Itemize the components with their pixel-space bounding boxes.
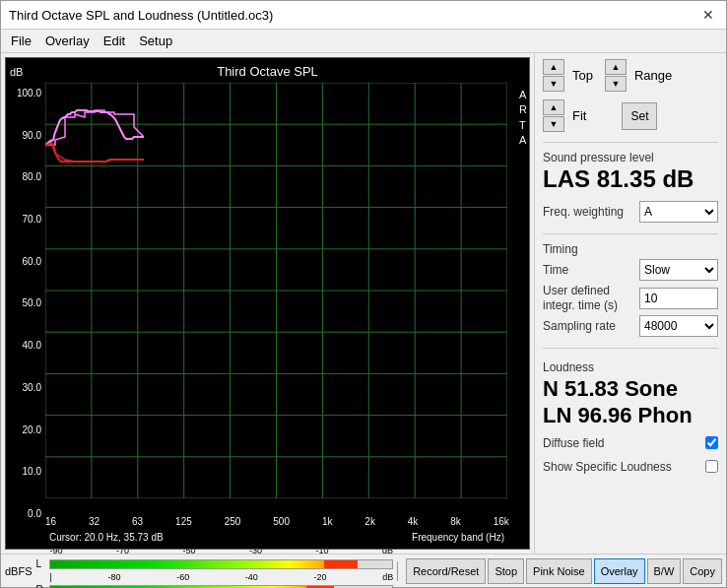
freq-weighting-label: Freq. weighting [543,205,624,219]
freq-weighting-select[interactable]: A C Z [639,201,718,223]
y-label-40: 40.0 [6,340,45,351]
integr-input[interactable]: 10 [639,288,718,309]
menu-bar: File Overlay Edit Setup [1,30,726,53]
separator [397,561,398,581]
x-unit-label: Frequency band (Hz) [412,532,504,543]
spl-detail-pink [45,110,144,145]
level-row-r: R [36,583,394,588]
diffuse-field-label: Diffuse field [543,436,604,450]
menu-setup[interactable]: Setup [133,32,178,50]
time-row: Time Fast Slow Impulse Peak [543,259,718,281]
spl-detail-red [45,144,144,162]
fit-label: Fit [572,108,586,123]
time-select[interactable]: Fast Slow Impulse Peak [639,259,718,281]
sidebar: ▲ ▼ Top ▲ ▼ Range ▲ ▼ Fit Set [534,53,726,554]
spl-section-label: Sound pressure level [543,151,718,164]
y-label-0: 0.0 [6,508,45,519]
integr-label: User defined integr. time (s) [543,284,631,312]
loudness-n-value: N 51.83 Sone [543,376,718,402]
menu-edit[interactable]: Edit [98,32,131,50]
scale-bot-70: -80 [108,572,121,582]
fit-up-button[interactable]: ▲ [543,99,564,115]
x-label-500: 500 [273,516,290,527]
fit-down-button[interactable]: ▼ [543,116,564,132]
diffuse-field-checkbox[interactable] [705,436,718,449]
top-down-button[interactable]: ▼ [543,76,564,92]
sampling-label: Sampling rate [543,319,616,333]
pink-noise-button[interactable]: Pink Noise [526,558,592,584]
title-bar: Third Octave SPL and Loudness (Untitled.… [1,1,726,30]
y-label-70: 70.0 [6,214,45,225]
x-label-32: 32 [89,516,99,527]
stop-button[interactable]: Stop [488,558,524,584]
level-l-label: L [36,558,48,569]
show-specific-row: Show Specific Loudness [543,460,718,474]
top-label: Top [572,68,593,83]
dbfs-label: dBFS [5,565,33,577]
y-label-10: 10.0 [6,466,45,477]
freq-weighting-row: Freq. weighting A C Z [543,201,718,223]
scale-bot-80: | [50,572,52,582]
sampling-row: Sampling rate 44100 48000 96000 [543,315,718,337]
y-label-80: 80.0 [6,171,45,182]
chart-svg [45,83,507,498]
x-label-1k: 1k [322,516,333,527]
top-nav-group: ▲ ▼ [543,59,564,92]
bw-button[interactable]: B/W [647,558,682,584]
top-up-button[interactable]: ▲ [543,59,564,75]
x-axis: 16 32 63 125 250 500 1k 2k 4k 8k 16k [45,516,509,527]
x-label-2k: 2k [364,516,375,527]
y-label-50: 50.0 [6,297,45,308]
overlay-button[interactable]: Overlay [594,558,645,584]
nav-controls: ▲ ▼ Top ▲ ▼ Range [543,59,718,92]
x-label-16k: 16k [494,516,509,527]
x-label-63: 63 [132,516,143,527]
x-label-8k: 8k [450,516,461,527]
x-label-4k: 4k [408,516,419,527]
integr-row: User defined integr. time (s) 10 [543,284,718,312]
close-button[interactable]: ✕ [698,5,718,25]
sampling-select[interactable]: 44100 48000 96000 [639,315,718,337]
loudness-section-label: Loudness [543,360,718,374]
copy-button[interactable]: Copy [683,558,722,584]
scale-bot-60: -60 [176,572,189,582]
menu-file[interactable]: File [5,32,37,50]
set-button[interactable]: Set [622,102,657,130]
timing-label: Timing [543,242,718,256]
level-bar-r [49,585,394,589]
x-label-16: 16 [45,516,56,527]
show-specific-checkbox[interactable] [705,460,718,473]
scale-bot-db: dB [382,572,393,582]
loudness-section: Loudness N 51.83 Sone LN 96.96 Phon [543,360,718,428]
level-seg-l-green [50,560,256,568]
level-bar-l [49,559,394,569]
range-up-button[interactable]: ▲ [605,59,627,75]
level-seg-l-yellow [255,560,324,568]
y-label-90: 90.0 [6,130,45,141]
record-reset-button[interactable]: Record/Reset [406,558,486,584]
time-label: Time [543,263,568,277]
y-label-30: 30.0 [6,382,45,393]
level-row-l: L [36,557,394,570]
level-meters: -90 -70 -50 -30 -10 dB L [36,546,394,588]
range-down-button[interactable]: ▼ [605,76,627,92]
x-label-125: 125 [175,516,192,527]
main-content: dB Third Octave SPL ARTA 100.0 90.0 80.0… [1,53,726,554]
level-r-label: R [36,584,48,588]
scale-bot-20: -20 [313,572,326,582]
bottom-buttons: Record/Reset Stop Pink Noise Overlay B/W… [406,558,722,584]
scale-bot-40: -40 [245,572,258,582]
y-label-100: 100.0 [6,88,45,98]
bottom-bar: dBFS -90 -70 -50 -30 -10 dB L [1,554,726,587]
spl-section: Sound pressure level LAS 81.35 dB [543,151,718,192]
cursor-info: Cursor: 20.0 Hz, 35.73 dB [49,532,164,543]
range-nav-group: ▲ ▼ [605,59,627,92]
window-title: Third Octave SPL and Loudness (Untitled.… [9,8,273,23]
arta-label: ARTA [519,88,527,149]
x-label-250: 250 [225,516,241,527]
menu-overlay[interactable]: Overlay [39,32,96,50]
main-window: Third Octave SPL and Loudness (Untitled.… [0,0,727,588]
loudness-ln-value: LN 96.96 Phon [543,403,718,428]
y-label-60: 60.0 [6,256,45,267]
diffuse-field-row: Diffuse field [543,436,718,450]
